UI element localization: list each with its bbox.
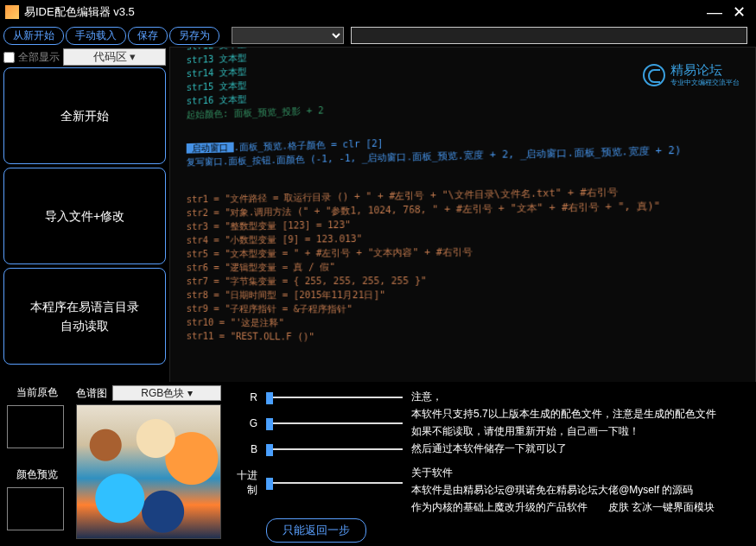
- r-label: R: [230, 391, 257, 403]
- preview-color-label: 颜色预览: [7, 467, 67, 482]
- undo-button[interactable]: 只能返回一步: [266, 518, 366, 543]
- dec-slider[interactable]: [266, 476, 403, 490]
- current-color-swatch[interactable]: [7, 405, 64, 448]
- saveas-button[interactable]: 另存为: [169, 27, 219, 45]
- app-icon: [5, 5, 19, 19]
- b-slider[interactable]: [266, 442, 403, 456]
- spectrum-picker[interactable]: [76, 404, 221, 539]
- dec-label: 十进制: [230, 468, 257, 498]
- toolbar: 从新开始 手动载入 保存 另存为: [0, 24, 756, 47]
- rgb-section: R G B 十进制 只能返回一步: [230, 385, 403, 543]
- auto-read-button[interactable]: 本程序在易语言目录 自动读取: [3, 268, 166, 365]
- b-label: B: [230, 443, 257, 455]
- start-fresh-button[interactable]: 全新开始: [3, 67, 166, 164]
- e-icon: [643, 64, 665, 86]
- load-button[interactable]: 手动载入: [66, 27, 126, 45]
- import-modify-button[interactable]: 导入文件+修改: [3, 168, 166, 264]
- g-label: G: [230, 417, 257, 429]
- search-input[interactable]: [351, 27, 747, 44]
- forum-logo: 精易论坛 专业中文编程交流平台: [643, 63, 740, 87]
- r-slider[interactable]: [266, 390, 403, 404]
- notice-section: 注意， 本软件只支持5.7以上版本生成的配色文件，注意是生成的配色文件 如果不能…: [411, 385, 749, 543]
- showall-checkbox[interactable]: [3, 52, 15, 63]
- close-button[interactable]: ✕: [727, 3, 751, 21]
- titlebar: 易IDE配色编辑器 v3.5 — ✕: [0, 0, 756, 24]
- new-button[interactable]: 从新开始: [3, 27, 64, 45]
- current-color-section: 当前原色 颜色预览: [7, 385, 67, 543]
- about-heading: 关于软件: [411, 465, 749, 480]
- scheme-combo[interactable]: [232, 27, 344, 44]
- showall-label: 全部显示: [18, 50, 60, 65]
- spectrum-mode-combo[interactable]: RGB色块 ▾: [112, 385, 221, 401]
- g-slider[interactable]: [266, 416, 403, 430]
- zone-combo[interactable]: 代码区 ▾: [63, 48, 166, 66]
- current-color-label: 当前原色: [7, 385, 67, 400]
- notice-heading: 注意，: [411, 389, 749, 404]
- minimize-button[interactable]: —: [702, 3, 727, 21]
- spectrum-label: 色谱图: [76, 386, 107, 401]
- app-title: 易IDE配色编辑器 v3.5: [24, 4, 702, 20]
- save-button[interactable]: 保存: [128, 27, 168, 45]
- spectrum-section: 色谱图 RGB色块 ▾: [76, 385, 221, 543]
- preview-color-swatch[interactable]: [7, 487, 64, 530]
